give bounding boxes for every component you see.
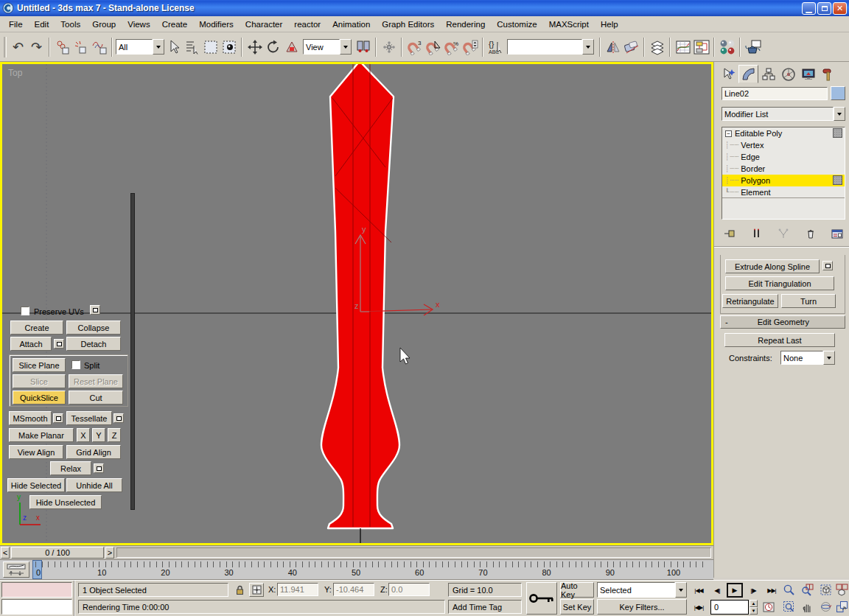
- tab-motion[interactable]: [778, 65, 798, 83]
- frame-spinner[interactable]: ▲ ▼: [750, 600, 758, 615]
- menu-character[interactable]: Character: [240, 18, 289, 31]
- unhide-all-button[interactable]: Unhide All: [66, 478, 122, 492]
- object-color-swatch[interactable]: [831, 86, 845, 100]
- time-configuration-button[interactable]: [761, 600, 777, 615]
- bind-to-space-warp-button[interactable]: [90, 38, 108, 57]
- make-planar-button[interactable]: Make Planar: [9, 428, 74, 442]
- stack-row-polygon[interactable]: ┊┄┄Polygon: [722, 175, 845, 186]
- go-to-end-button[interactable]: ▶▶|: [763, 583, 780, 598]
- stack-row-edge[interactable]: ┊┄┄Edge: [722, 151, 845, 163]
- configure-modifier-sets-button[interactable]: [829, 226, 845, 241]
- tab-hierarchy[interactable]: [758, 65, 778, 83]
- percent-snap-toggle-button[interactable]: %: [442, 38, 461, 57]
- maxscript-listener-pink[interactable]: [1, 582, 72, 598]
- object-name-field[interactable]: Line02: [722, 87, 828, 100]
- time-slider-next-button[interactable]: >: [105, 547, 114, 559]
- undo-button[interactable]: ↶: [9, 38, 27, 57]
- region-zoom-button[interactable]: [780, 599, 797, 614]
- unlink-button[interactable]: [71, 38, 90, 57]
- key-mode-combo[interactable]: Selected: [597, 582, 687, 598]
- next-frame-button[interactable]: ||▶: [744, 583, 762, 598]
- menu-create[interactable]: Create: [156, 18, 194, 31]
- absolute-offset-mode-toggle[interactable]: [249, 583, 264, 597]
- detach-button[interactable]: Detach: [66, 337, 121, 351]
- reference-coordsys-dropdown-button[interactable]: [340, 39, 352, 55]
- menu-file[interactable]: File: [3, 18, 29, 31]
- zoom-button[interactable]: [780, 582, 797, 597]
- select-and-scale-button[interactable]: [282, 38, 301, 57]
- hide-unselected-button[interactable]: Hide Unselected: [29, 495, 102, 509]
- edit-geometry-rollout-header[interactable]: - Edit Geometry: [720, 315, 845, 329]
- reset-plane-button[interactable]: Reset Plane: [69, 374, 123, 388]
- constraints-dropdown-button[interactable]: [823, 351, 835, 365]
- menu-reactor[interactable]: reactor: [288, 18, 326, 31]
- modifier-list-dropdown-button[interactable]: [834, 107, 845, 121]
- edit-triangulation-button[interactable]: Edit Triangulation: [725, 276, 834, 290]
- select-and-link-button[interactable]: [53, 38, 71, 57]
- curve-editor-button[interactable]: [674, 38, 692, 57]
- stack-display-icon[interactable]: [833, 128, 842, 138]
- preserve-uvs-checkbox[interactable]: [21, 307, 29, 315]
- zoom-all-button[interactable]: [798, 582, 816, 597]
- selection-filter-combo[interactable]: All: [116, 39, 164, 55]
- zoom-extents-button[interactable]: [817, 582, 834, 597]
- select-and-rotate-button[interactable]: [264, 38, 282, 57]
- modifier-list-combo[interactable]: Modifier List: [722, 107, 845, 121]
- menu-edit[interactable]: Edit: [29, 18, 55, 31]
- mirror-button[interactable]: [604, 38, 622, 57]
- tessellate-button[interactable]: Tessellate: [66, 411, 112, 425]
- relax-button[interactable]: Relax: [50, 461, 91, 475]
- render-scene-button[interactable]: [744, 38, 762, 57]
- collapse-box-icon[interactable]: −: [725, 130, 732, 137]
- close-button[interactable]: ✕: [833, 2, 847, 15]
- slice-plane-button[interactable]: Slice Plane: [13, 358, 66, 372]
- reference-coordsys-combo[interactable]: View: [303, 39, 352, 55]
- constraints-combo[interactable]: None: [780, 351, 835, 365]
- view-align-button[interactable]: View Align: [9, 445, 63, 459]
- menu-views[interactable]: Views: [122, 18, 156, 31]
- edit-named-selection-sets-button[interactable]: {}ABC: [486, 38, 505, 57]
- use-pivot-point-button[interactable]: [354, 38, 372, 57]
- arc-rotate-button[interactable]: [817, 599, 834, 614]
- key-mode-dropdown-button[interactable]: [675, 582, 687, 598]
- panel-scrollbar[interactable]: [130, 193, 135, 510]
- stack-row-editable-poly[interactable]: − Editable Poly: [722, 127, 845, 139]
- zoom-extents-all-button[interactable]: [833, 582, 849, 597]
- menu-animation[interactable]: Animation: [326, 18, 376, 31]
- spinner-up-icon[interactable]: ▲: [750, 600, 758, 607]
- min-max-toggle-button[interactable]: [833, 599, 849, 614]
- quickslice-button[interactable]: QuickSlice: [13, 391, 66, 405]
- menu-tools[interactable]: Tools: [55, 18, 86, 31]
- select-and-manipulate-button[interactable]: [380, 38, 398, 57]
- spinner-down-icon[interactable]: ▼: [750, 607, 758, 615]
- viewport-top[interactable]: Top y x z y: [0, 62, 713, 545]
- remove-modifier-button[interactable]: [803, 226, 819, 241]
- track-bar[interactable]: 0102030405060708090100: [0, 559, 713, 580]
- menu-graph-editors[interactable]: Graph Editors: [376, 18, 440, 31]
- key-filters-button[interactable]: Key Filters...: [597, 599, 687, 615]
- tab-create[interactable]: [719, 65, 738, 83]
- stack-row-element[interactable]: ┖┄┄Element: [722, 186, 845, 198]
- select-object-button[interactable]: [164, 38, 183, 57]
- stack-row-border[interactable]: ┊┄┄Border: [722, 163, 845, 175]
- preserve-uvs-settings-button[interactable]: [90, 305, 100, 315]
- play-animation-button[interactable]: ▶: [727, 583, 743, 598]
- y-coordinate-field[interactable]: -10.464: [333, 583, 374, 596]
- layer-manager-button[interactable]: [648, 38, 666, 57]
- window-crossing-button[interactable]: [220, 38, 238, 57]
- x-coordinate-field[interactable]: 11.941: [277, 583, 318, 596]
- pan-button[interactable]: [798, 599, 816, 614]
- tab-modify[interactable]: [738, 65, 758, 83]
- make-planar-y-button[interactable]: Y: [92, 428, 105, 442]
- minimize-button[interactable]: ▁: [802, 2, 816, 15]
- previous-frame-button[interactable]: ◀||: [708, 583, 726, 598]
- retriangulate-button[interactable]: Retriangulate: [722, 294, 778, 308]
- maxscript-listener-white[interactable]: [1, 599, 72, 615]
- collapse-button[interactable]: Collapse: [66, 321, 121, 335]
- angle-snap-toggle-button[interactable]: [424, 38, 442, 57]
- grid-align-button[interactable]: Grid Align: [66, 445, 121, 459]
- slice-button[interactable]: Slice: [13, 374, 66, 388]
- time-slider-track[interactable]: [116, 547, 711, 558]
- time-slider-handle-button[interactable]: 0 / 100: [11, 547, 104, 559]
- tab-utilities[interactable]: [818, 65, 838, 83]
